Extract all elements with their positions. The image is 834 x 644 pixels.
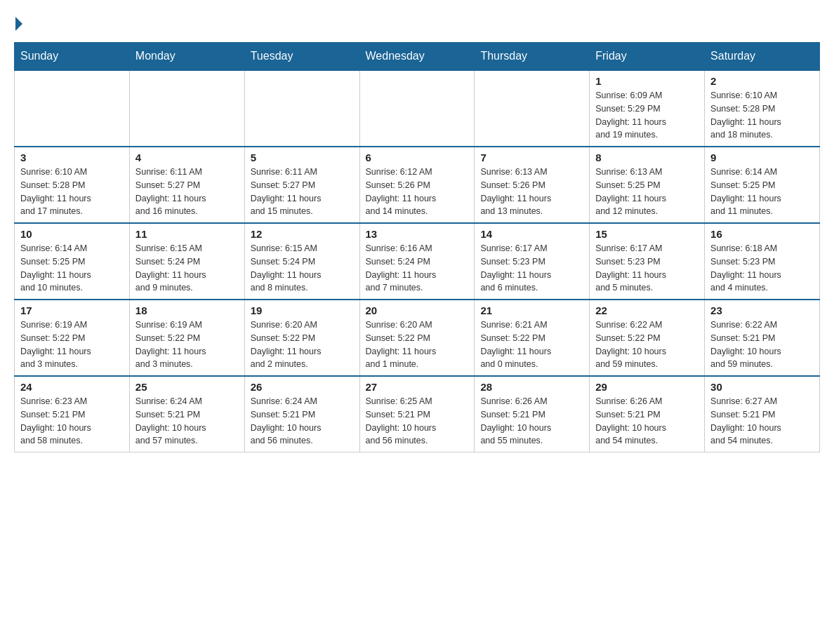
- calendar-cell: 30Sunrise: 6:27 AMSunset: 5:21 PMDayligh…: [705, 376, 820, 452]
- day-info: Sunrise: 6:17 AMSunset: 5:23 PMDaylight:…: [480, 242, 583, 295]
- day-header-saturday: Saturday: [705, 43, 820, 71]
- calendar-cell: 24Sunrise: 6:23 AMSunset: 5:21 PMDayligh…: [15, 376, 130, 452]
- calendar-cell: 4Sunrise: 6:11 AMSunset: 5:27 PMDaylight…: [129, 147, 244, 223]
- calendar-cell: 11Sunrise: 6:15 AMSunset: 5:24 PMDayligh…: [129, 223, 244, 300]
- week-row-2: 3Sunrise: 6:10 AMSunset: 5:28 PMDaylight…: [15, 147, 820, 223]
- day-number: 19: [251, 304, 354, 316]
- day-number: 13: [366, 228, 469, 240]
- calendar-cell: 7Sunrise: 6:13 AMSunset: 5:26 PMDaylight…: [475, 147, 590, 223]
- day-info: Sunrise: 6:26 AMSunset: 5:21 PMDaylight:…: [480, 395, 583, 448]
- calendar-cell: 18Sunrise: 6:19 AMSunset: 5:22 PMDayligh…: [129, 300, 244, 376]
- calendar-header-row: SundayMondayTuesdayWednesdayThursdayFrid…: [15, 43, 820, 71]
- day-header-monday: Monday: [129, 43, 244, 71]
- day-number: 7: [480, 152, 583, 163]
- day-info: Sunrise: 6:09 AMSunset: 5:29 PMDaylight:…: [595, 89, 699, 142]
- calendar-cell: 6Sunrise: 6:12 AMSunset: 5:26 PMDaylight…: [359, 147, 475, 223]
- day-info: Sunrise: 6:22 AMSunset: 5:21 PMDaylight:…: [710, 318, 814, 371]
- day-number: 5: [251, 152, 354, 163]
- day-info: Sunrise: 6:19 AMSunset: 5:22 PMDaylight:…: [135, 318, 239, 371]
- day-info: Sunrise: 6:10 AMSunset: 5:28 PMDaylight:…: [20, 166, 124, 218]
- day-number: 2: [710, 75, 814, 87]
- day-number: 6: [366, 152, 469, 163]
- day-info: Sunrise: 6:12 AMSunset: 5:26 PMDaylight:…: [366, 166, 469, 218]
- day-number: 22: [595, 304, 699, 316]
- day-info: Sunrise: 6:18 AMSunset: 5:23 PMDaylight:…: [710, 242, 814, 295]
- day-number: 1: [595, 75, 699, 87]
- calendar-cell: 19Sunrise: 6:20 AMSunset: 5:22 PMDayligh…: [244, 300, 359, 376]
- day-number: 26: [251, 381, 354, 393]
- calendar-cell: 10Sunrise: 6:14 AMSunset: 5:25 PMDayligh…: [15, 223, 130, 300]
- day-number: 8: [595, 152, 699, 163]
- calendar-cell: [129, 70, 244, 147]
- logo: [14, 14, 22, 28]
- day-number: 15: [595, 228, 699, 240]
- calendar-cell: 3Sunrise: 6:10 AMSunset: 5:28 PMDaylight…: [15, 147, 130, 223]
- day-info: Sunrise: 6:19 AMSunset: 5:22 PMDaylight:…: [20, 318, 124, 371]
- day-info: Sunrise: 6:17 AMSunset: 5:23 PMDaylight:…: [595, 242, 699, 295]
- calendar-cell: 23Sunrise: 6:22 AMSunset: 5:21 PMDayligh…: [705, 300, 820, 376]
- day-info: Sunrise: 6:13 AMSunset: 5:25 PMDaylight:…: [595, 166, 699, 218]
- logo-arrow-icon: [15, 17, 22, 31]
- calendar-cell: [475, 70, 590, 147]
- day-info: Sunrise: 6:14 AMSunset: 5:25 PMDaylight:…: [710, 166, 814, 218]
- day-info: Sunrise: 6:20 AMSunset: 5:22 PMDaylight:…: [366, 318, 469, 371]
- calendar-cell: 25Sunrise: 6:24 AMSunset: 5:21 PMDayligh…: [129, 376, 244, 452]
- day-number: 29: [595, 381, 699, 393]
- day-header-friday: Friday: [590, 43, 705, 71]
- calendar-cell: 22Sunrise: 6:22 AMSunset: 5:22 PMDayligh…: [590, 300, 705, 376]
- calendar-cell: 29Sunrise: 6:26 AMSunset: 5:21 PMDayligh…: [590, 376, 705, 452]
- day-number: 30: [710, 381, 814, 393]
- calendar-table: SundayMondayTuesdayWednesdayThursdayFrid…: [14, 42, 820, 452]
- day-number: 9: [710, 152, 814, 163]
- day-number: 12: [251, 228, 354, 240]
- week-row-5: 24Sunrise: 6:23 AMSunset: 5:21 PMDayligh…: [15, 376, 820, 452]
- calendar-cell: 15Sunrise: 6:17 AMSunset: 5:23 PMDayligh…: [590, 223, 705, 300]
- calendar-cell: [244, 70, 359, 147]
- calendar-cell: 27Sunrise: 6:25 AMSunset: 5:21 PMDayligh…: [359, 376, 475, 452]
- day-header-tuesday: Tuesday: [244, 43, 359, 71]
- day-number: 27: [366, 381, 469, 393]
- day-number: 14: [480, 228, 583, 240]
- day-number: 17: [20, 304, 124, 316]
- day-number: 4: [135, 152, 239, 163]
- day-info: Sunrise: 6:15 AMSunset: 5:24 PMDaylight:…: [135, 242, 239, 295]
- day-info: Sunrise: 6:24 AMSunset: 5:21 PMDaylight:…: [135, 395, 239, 448]
- day-info: Sunrise: 6:16 AMSunset: 5:24 PMDaylight:…: [366, 242, 469, 295]
- day-number: 21: [480, 304, 583, 316]
- day-number: 3: [20, 152, 124, 163]
- day-number: 10: [20, 228, 124, 240]
- calendar-cell: 5Sunrise: 6:11 AMSunset: 5:27 PMDaylight…: [244, 147, 359, 223]
- calendar-cell: 28Sunrise: 6:26 AMSunset: 5:21 PMDayligh…: [475, 376, 590, 452]
- day-number: 23: [710, 304, 814, 316]
- calendar-cell: 17Sunrise: 6:19 AMSunset: 5:22 PMDayligh…: [15, 300, 130, 376]
- week-row-3: 10Sunrise: 6:14 AMSunset: 5:25 PMDayligh…: [15, 223, 820, 300]
- day-info: Sunrise: 6:26 AMSunset: 5:21 PMDaylight:…: [595, 395, 699, 448]
- calendar-cell: 26Sunrise: 6:24 AMSunset: 5:21 PMDayligh…: [244, 376, 359, 452]
- calendar-cell: 8Sunrise: 6:13 AMSunset: 5:25 PMDaylight…: [590, 147, 705, 223]
- week-row-4: 17Sunrise: 6:19 AMSunset: 5:22 PMDayligh…: [15, 300, 820, 376]
- calendar-cell: 21Sunrise: 6:21 AMSunset: 5:22 PMDayligh…: [475, 300, 590, 376]
- day-number: 25: [135, 381, 239, 393]
- day-number: 20: [366, 304, 469, 316]
- day-info: Sunrise: 6:10 AMSunset: 5:28 PMDaylight:…: [710, 89, 814, 142]
- calendar-cell: [359, 70, 475, 147]
- day-header-wednesday: Wednesday: [359, 43, 475, 71]
- calendar-cell: 9Sunrise: 6:14 AMSunset: 5:25 PMDaylight…: [705, 147, 820, 223]
- calendar-cell: 1Sunrise: 6:09 AMSunset: 5:29 PMDaylight…: [590, 70, 705, 147]
- calendar-cell: [15, 70, 130, 147]
- day-info: Sunrise: 6:20 AMSunset: 5:22 PMDaylight:…: [251, 318, 354, 371]
- calendar-cell: 13Sunrise: 6:16 AMSunset: 5:24 PMDayligh…: [359, 223, 475, 300]
- day-number: 24: [20, 381, 124, 393]
- page-header: [14, 14, 820, 28]
- day-number: 28: [480, 381, 583, 393]
- day-number: 16: [710, 228, 814, 240]
- day-info: Sunrise: 6:11 AMSunset: 5:27 PMDaylight:…: [251, 166, 354, 218]
- calendar-cell: 14Sunrise: 6:17 AMSunset: 5:23 PMDayligh…: [475, 223, 590, 300]
- day-info: Sunrise: 6:15 AMSunset: 5:24 PMDaylight:…: [251, 242, 354, 295]
- calendar-cell: 2Sunrise: 6:10 AMSunset: 5:28 PMDaylight…: [705, 70, 820, 147]
- week-row-1: 1Sunrise: 6:09 AMSunset: 5:29 PMDaylight…: [15, 70, 820, 147]
- calendar-cell: 16Sunrise: 6:18 AMSunset: 5:23 PMDayligh…: [705, 223, 820, 300]
- day-info: Sunrise: 6:25 AMSunset: 5:21 PMDaylight:…: [366, 395, 469, 448]
- day-info: Sunrise: 6:23 AMSunset: 5:21 PMDaylight:…: [20, 395, 124, 448]
- day-info: Sunrise: 6:11 AMSunset: 5:27 PMDaylight:…: [135, 166, 239, 218]
